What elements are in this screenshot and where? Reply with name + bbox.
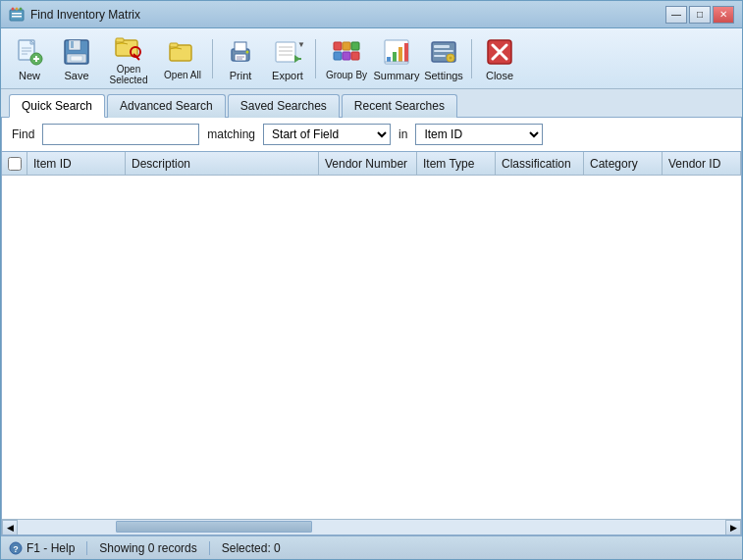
scroll-right-button[interactable]: ▶	[725, 520, 741, 535]
svg-rect-38	[343, 42, 350, 50]
save-button[interactable]: Save	[54, 33, 99, 84]
close-toolbar-button[interactable]: Close	[477, 33, 522, 84]
new-label: New	[19, 70, 40, 81]
svg-point-5	[20, 7, 23, 10]
svg-rect-16	[71, 41, 74, 48]
settings-button[interactable]: Settings	[421, 33, 466, 84]
save-label: Save	[64, 70, 88, 81]
help-button[interactable]: ? F1 - Help	[9, 541, 75, 555]
status-separator-1	[86, 541, 87, 555]
svg-rect-31	[276, 42, 295, 62]
svg-rect-39	[351, 42, 359, 50]
minimize-button[interactable]: —	[665, 6, 687, 24]
tab-advanced-search[interactable]: Advanced Search	[107, 94, 226, 118]
print-icon	[225, 36, 256, 68]
find-label: Find	[12, 127, 34, 141]
window-icon	[9, 7, 25, 23]
search-bar: Find matching Start of Field Any Part of…	[1, 118, 742, 152]
table-body	[2, 176, 741, 519]
maximize-button[interactable]: □	[689, 6, 711, 24]
window-close-button[interactable]: ✕	[713, 6, 734, 24]
svg-rect-18	[71, 56, 82, 61]
svg-point-3	[12, 7, 15, 10]
window-title: Find Inventory Matrix	[30, 8, 665, 22]
close-toolbar-icon	[484, 36, 515, 68]
content-area: Item ID Description Vendor Number Item T…	[1, 152, 742, 535]
svg-rect-15	[69, 40, 80, 50]
field-select[interactable]: Item ID Description Vendor Number Item T…	[415, 124, 543, 145]
svg-rect-46	[398, 47, 402, 62]
search-input[interactable]	[42, 124, 199, 145]
title-bar: Find Inventory Matrix — □ ✕	[1, 1, 742, 28]
summary-button[interactable]: Summary	[374, 33, 419, 84]
summary-label: Summary	[373, 70, 419, 81]
matching-select[interactable]: Start of Field Any Part of Field Exact M…	[263, 124, 391, 145]
svg-rect-2	[12, 16, 22, 18]
tab-bar: Quick Search Advanced Search Saved Searc…	[1, 89, 742, 118]
group-by-label: Group By	[326, 70, 367, 80]
new-button[interactable]: New	[7, 33, 52, 84]
svg-rect-41	[343, 52, 350, 60]
svg-rect-37	[334, 42, 342, 50]
col-header-vendor-id[interactable]: Vendor ID	[663, 152, 741, 175]
svg-rect-0	[10, 10, 24, 21]
col-header-classification[interactable]: Classification	[496, 152, 584, 175]
window-controls: — □ ✕	[665, 6, 734, 24]
svg-rect-47	[404, 43, 408, 62]
col-header-description[interactable]: Description	[126, 152, 319, 175]
scroll-left-button[interactable]: ◀	[2, 520, 18, 535]
svg-rect-24	[170, 43, 178, 47]
svg-rect-45	[393, 52, 397, 62]
select-all-checkbox-cell[interactable]	[2, 152, 27, 175]
scroll-thumb[interactable]	[116, 521, 312, 533]
open-all-label: Open All	[164, 70, 201, 80]
open-all-button[interactable]: Open All	[158, 33, 207, 84]
print-button[interactable]: Print	[218, 33, 263, 84]
select-all-checkbox[interactable]	[8, 157, 22, 171]
status-bar: ? F1 - Help Showing 0 records Selected: …	[1, 535, 742, 559]
open-all-icon	[167, 36, 198, 68]
col-header-item-type[interactable]: Item Type	[417, 152, 496, 175]
export-label: Export	[272, 70, 303, 81]
help-icon: ?	[9, 541, 23, 555]
col-header-category[interactable]: Category	[584, 152, 663, 175]
new-icon	[14, 36, 45, 68]
matching-label: matching	[207, 127, 255, 141]
settings-label: Settings	[424, 70, 463, 81]
tab-saved-searches[interactable]: Saved Searches	[228, 94, 340, 118]
svg-text:?: ?	[13, 544, 19, 554]
svg-point-30	[246, 50, 249, 53]
svg-rect-1	[12, 13, 22, 15]
selected-count: Selected: 0	[222, 541, 281, 555]
tab-recent-searches[interactable]: Recent Searches	[342, 94, 457, 118]
main-window: Find Inventory Matrix — □ ✕	[0, 0, 743, 560]
svg-rect-52	[434, 55, 446, 57]
open-selected-button[interactable]: Open Selected	[101, 33, 156, 84]
svg-rect-40	[334, 52, 342, 60]
group-by-button[interactable]: Group By	[321, 33, 372, 84]
svg-rect-50	[434, 45, 450, 48]
toolbar: New Save	[1, 28, 742, 89]
horizontal-scrollbar[interactable]: ◀ ▶	[2, 519, 741, 535]
scroll-track[interactable]	[18, 520, 725, 535]
settings-icon	[428, 36, 459, 68]
svg-point-54	[450, 56, 452, 59]
summary-icon	[381, 36, 412, 68]
save-icon	[61, 36, 92, 68]
records-count: Showing 0 records	[99, 541, 196, 555]
open-selected-label: Open Selected	[104, 64, 153, 85]
svg-rect-20	[116, 38, 124, 42]
svg-rect-27	[235, 42, 246, 51]
svg-rect-42	[351, 52, 359, 60]
col-header-item-id[interactable]: Item ID	[27, 152, 126, 175]
group-by-icon	[331, 36, 362, 68]
svg-rect-44	[387, 57, 391, 62]
close-toolbar-label: Close	[486, 70, 513, 81]
print-label: Print	[230, 70, 252, 81]
svg-point-4	[16, 7, 19, 10]
export-button[interactable]: Export ▼	[265, 33, 310, 84]
tab-quick-search[interactable]: Quick Search	[9, 94, 105, 118]
in-label: in	[398, 127, 407, 141]
table-header: Item ID Description Vendor Number Item T…	[2, 152, 741, 176]
col-header-vendor-number[interactable]: Vendor Number	[319, 152, 417, 175]
